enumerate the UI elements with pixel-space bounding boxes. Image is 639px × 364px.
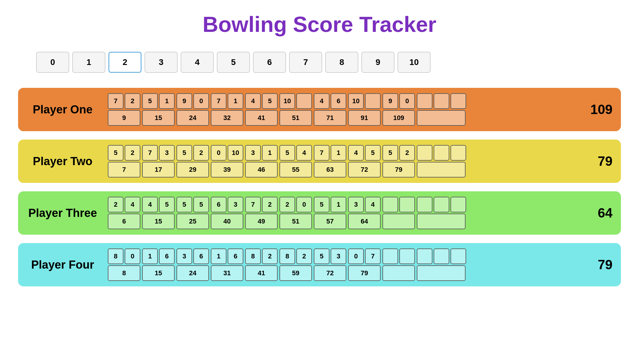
roll-cell-f2r2-p2[interactable]: 3	[159, 145, 175, 161]
roll-cell-f7r2-p2[interactable]: 1	[331, 145, 346, 161]
roll-cell-f6r2-p4[interactable]: 2	[296, 248, 312, 264]
roll-cell-f3r1-p1[interactable]: 9	[176, 93, 192, 109]
roll-cell-f5r2-p3[interactable]: 2	[262, 197, 278, 212]
roll-cell-f2r1-p4[interactable]: 1	[142, 248, 158, 264]
roll-cell-f8r2-p4[interactable]: 7	[365, 248, 381, 264]
roll-cell-f4r2-p4[interactable]: 6	[228, 248, 243, 264]
roll-cell-f10r1-p4[interactable]	[417, 248, 432, 264]
roll-cell-f10r2-p4[interactable]	[434, 248, 449, 264]
roll-cell-f4r1-p3[interactable]: 6	[211, 197, 226, 212]
roll-cell-f7r1-p1[interactable]: 4	[314, 93, 329, 109]
roll-cell-f8r1-p4[interactable]: 0	[348, 248, 364, 264]
roll-cell-f10r2-p1[interactable]	[434, 93, 449, 109]
roll-cell-f4r2-p2[interactable]: 10	[228, 145, 243, 161]
roll-cell-f2r1-p1[interactable]: 5	[142, 93, 158, 109]
frame-9-player-2: 5279	[382, 145, 415, 177]
roll-cell-f1r2-p1[interactable]: 2	[125, 93, 140, 109]
roll-cell-f8r2-p2[interactable]: 5	[365, 145, 381, 161]
roll-cell-f10r1-p1[interactable]	[417, 93, 432, 109]
roll-cell-f1r1-p3[interactable]: 2	[108, 197, 123, 212]
pin-button-7[interactable]: 7	[289, 52, 322, 73]
pin-button-6[interactable]: 6	[253, 52, 286, 73]
pin-button-10[interactable]: 10	[397, 52, 431, 73]
roll-cell-f2r2-p3[interactable]: 5	[159, 197, 175, 212]
roll-cell-f7r1-p4[interactable]: 5	[314, 248, 329, 264]
roll-cell-f7r2-p3[interactable]: 1	[331, 197, 346, 212]
roll-cell-f10r3-p4[interactable]	[450, 248, 466, 264]
score-cell-f6-p4: 59	[279, 265, 312, 281]
roll-cell-f2r1-p3[interactable]: 4	[142, 197, 158, 212]
roll-cell-f4r1-p2[interactable]: 0	[211, 145, 226, 161]
roll-cell-f1r2-p2[interactable]: 2	[125, 145, 140, 161]
roll-cell-f2r1-p2[interactable]: 7	[142, 145, 158, 161]
roll-cell-f5r1-p1[interactable]: 4	[245, 93, 261, 109]
roll-cell-f5r2-p2[interactable]: 1	[262, 145, 278, 161]
roll-cell-f7r2-p1[interactable]: 6	[331, 93, 346, 109]
roll-cell-f3r2-p2[interactable]: 2	[193, 145, 209, 161]
roll-cell-f9r2-p4[interactable]	[399, 248, 415, 264]
roll-cell-f8r1-p1[interactable]: 10	[348, 93, 364, 109]
roll-cell-f5r1-p3[interactable]: 7	[245, 197, 261, 212]
roll-cell-f7r1-p3[interactable]: 5	[314, 197, 329, 212]
roll-cell-f3r2-p1[interactable]: 0	[193, 93, 209, 109]
roll-cell-f3r1-p2[interactable]: 5	[176, 145, 192, 161]
roll-cell-f9r1-p4[interactable]	[382, 248, 398, 264]
roll-cell-f4r2-p3[interactable]: 3	[228, 197, 243, 212]
roll-cell-f4r1-p1[interactable]: 7	[211, 93, 226, 109]
roll-cell-f1r2-p4[interactable]: 0	[125, 248, 140, 264]
frame-2-player-4: 1615	[142, 248, 175, 281]
roll-cell-f9r1-p1[interactable]: 9	[382, 93, 398, 109]
score-cell-f3-p3: 25	[176, 214, 209, 229]
roll-cell-f10r1-p3[interactable]	[417, 197, 432, 212]
score-cell-f4-p2: 39	[211, 162, 243, 177]
pin-button-9[interactable]: 9	[361, 52, 394, 73]
roll-cell-f6r2-p2[interactable]: 4	[296, 145, 312, 161]
roll-cell-f1r1-p4[interactable]: 8	[108, 248, 123, 264]
roll-cell-f1r1-p2[interactable]: 5	[108, 145, 123, 161]
roll-cell-f5r2-p1[interactable]: 5	[262, 93, 278, 109]
roll-cell-f4r1-p4[interactable]: 1	[211, 248, 226, 264]
roll-cell-f6r2-p1[interactable]	[296, 93, 312, 109]
roll-cell-f9r2-p2[interactable]: 2	[399, 145, 415, 161]
roll-cell-f7r1-p2[interactable]: 7	[314, 145, 329, 161]
roll-cell-f10r2-p3[interactable]	[434, 197, 449, 212]
roll-cell-f3r2-p3[interactable]: 5	[193, 197, 209, 212]
roll-cell-f10r1-p2[interactable]	[417, 145, 432, 161]
roll-cell-f2r2-p1[interactable]: 1	[159, 93, 175, 109]
pin-button-3[interactable]: 3	[145, 52, 178, 73]
roll-cell-f7r2-p4[interactable]: 3	[331, 248, 346, 264]
roll-cell-f9r2-p3[interactable]	[399, 197, 415, 212]
pin-button-5[interactable]: 5	[217, 52, 250, 73]
roll-cell-f10r3-p3[interactable]	[450, 197, 466, 212]
roll-cell-f5r1-p4[interactable]: 8	[245, 248, 261, 264]
roll-cell-f6r1-p1[interactable]: 10	[279, 93, 295, 109]
roll-cell-f5r1-p2[interactable]: 3	[245, 145, 261, 161]
pin-button-0[interactable]: 0	[36, 52, 69, 73]
pin-button-1[interactable]: 1	[72, 52, 105, 73]
roll-cell-f1r2-p3[interactable]: 4	[125, 197, 140, 212]
roll-cell-f10r3-p1[interactable]	[450, 93, 466, 109]
roll-cell-f6r1-p2[interactable]: 5	[279, 145, 295, 161]
roll-cell-f8r2-p3[interactable]: 4	[365, 197, 381, 212]
roll-cell-f6r1-p3[interactable]: 2	[279, 197, 295, 212]
roll-cell-f8r2-p1[interactable]	[365, 93, 381, 109]
pin-button-8[interactable]: 8	[325, 52, 358, 73]
roll-cell-f10r2-p2[interactable]	[434, 145, 449, 161]
roll-cell-f10r3-p2[interactable]	[450, 145, 466, 161]
roll-cell-f6r1-p4[interactable]: 8	[279, 248, 295, 264]
roll-cell-f1r1-p1[interactable]: 7	[108, 93, 123, 109]
roll-cell-f9r1-p3[interactable]	[382, 197, 398, 212]
roll-cell-f9r2-p1[interactable]: 0	[399, 93, 415, 109]
roll-cell-f8r1-p2[interactable]: 4	[348, 145, 364, 161]
pin-button-2[interactable]: 2	[108, 52, 142, 73]
pin-button-4[interactable]: 4	[181, 52, 214, 73]
roll-cell-f4r2-p1[interactable]: 1	[228, 93, 243, 109]
roll-cell-f5r2-p4[interactable]: 2	[262, 248, 278, 264]
roll-cell-f6r2-p3[interactable]: 0	[296, 197, 312, 212]
roll-cell-f9r1-p2[interactable]: 5	[382, 145, 398, 161]
roll-cell-f8r1-p3[interactable]: 3	[348, 197, 364, 212]
roll-cell-f3r1-p3[interactable]: 5	[176, 197, 192, 212]
roll-cell-f3r1-p4[interactable]: 3	[176, 248, 192, 264]
roll-cell-f2r2-p4[interactable]: 6	[159, 248, 175, 264]
roll-cell-f3r2-p4[interactable]: 6	[193, 248, 209, 264]
